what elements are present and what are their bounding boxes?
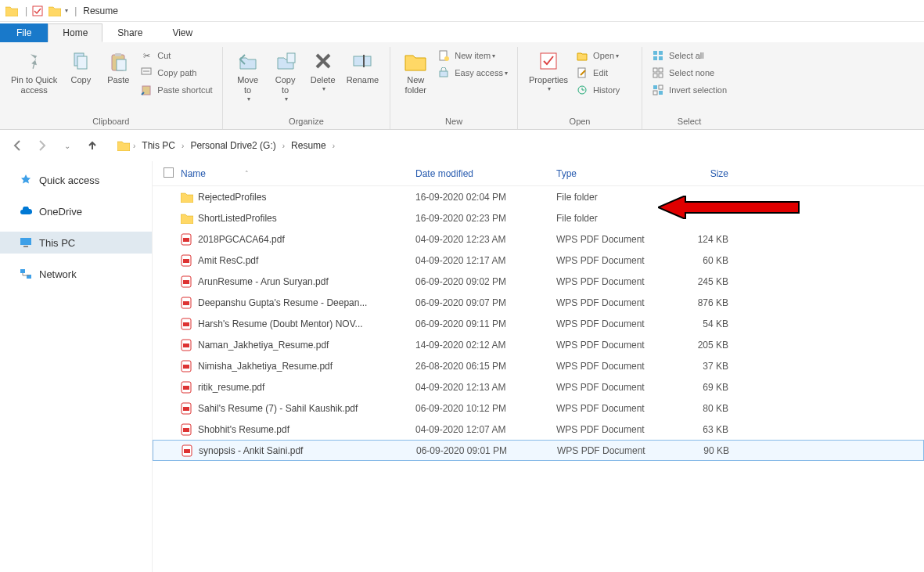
svg-rect-19	[659, 51, 663, 55]
svg-rect-23	[659, 68, 663, 72]
quick-access-toolbar-icon[interactable]	[31, 4, 45, 18]
select-none-button[interactable]: Select none	[649, 64, 730, 81]
easy-access-icon	[437, 67, 450, 79]
qat-dropdown[interactable]: ▾	[65, 7, 68, 14]
pdf-icon	[181, 402, 198, 415]
pin-icon	[22, 49, 47, 74]
chevron-right-icon[interactable]: ›	[133, 142, 135, 150]
column-type[interactable]: Type	[556, 168, 674, 179]
file-row[interactable]: Naman_Jakhetiya_Resume.pdf14-09-2020 02:…	[153, 334, 924, 355]
sidebar-item-network[interactable]: Network	[0, 263, 152, 285]
file-row[interactable]: ShortListedProfiles16-09-2020 02:23 PMFi…	[153, 207, 924, 228]
breadcrumb-item[interactable]: Personal Drive2 (G:)	[187, 140, 279, 151]
column-name[interactable]: Name˄	[181, 168, 415, 179]
tab-share[interactable]: Share	[102, 23, 157, 42]
sidebar-item-onedrive[interactable]: OneDrive	[0, 200, 152, 222]
file-size: 63 KB	[674, 424, 744, 435]
group-label-select: Select	[649, 115, 730, 128]
chevron-right-icon[interactable]: ›	[282, 142, 285, 150]
svg-rect-10	[354, 56, 371, 66]
file-row[interactable]: synopsis - Ankit Saini.pdf06-09-2020 09:…	[153, 440, 924, 461]
folder-small-icon[interactable]	[48, 4, 62, 18]
tab-view[interactable]: View	[157, 23, 207, 42]
breadcrumb-item[interactable]: Resume	[288, 140, 329, 151]
column-date[interactable]: Date modified	[415, 168, 556, 179]
file-row[interactable]: Harsh's Resume (Doubt Mentor) NOV...06-0…	[153, 313, 924, 334]
file-name: Shobhit's Resume.pdf	[198, 424, 415, 435]
chevron-right-icon[interactable]: ›	[333, 142, 335, 150]
file-row[interactable]: Shobhit's Resume.pdf04-09-2020 12:07 AMW…	[153, 419, 924, 440]
file-row[interactable]: Nimisha_Jakhetiya_Resume.pdf26-08-2020 0…	[153, 355, 924, 376]
paste-button[interactable]: Paste	[99, 47, 137, 87]
new-folder-icon	[403, 49, 428, 74]
paste-shortcut-button[interactable]: Paste shortcut	[137, 81, 215, 99]
file-name: RejectedProfiles	[198, 192, 415, 203]
file-name: Harsh's Resume (Doubt Mentor) NOV...	[198, 318, 415, 329]
edit-button[interactable]: Edit	[573, 64, 635, 81]
up-button[interactable]	[81, 135, 103, 156]
invert-selection-button[interactable]: Invert selection	[649, 81, 730, 99]
properties-button[interactable]: Properties ▾	[524, 47, 573, 94]
group-label-new: New	[397, 115, 511, 128]
file-date: 04-09-2020 12:23 AM	[415, 234, 556, 245]
invert-selection-icon	[652, 84, 664, 96]
back-button[interactable]	[6, 135, 28, 156]
cut-button[interactable]: ✂ Cut	[137, 47, 215, 64]
copy-to-button[interactable]: Copy to ▾	[267, 47, 304, 104]
history-button[interactable]: History	[573, 81, 635, 99]
file-size: 60 KB	[674, 255, 744, 266]
file-size: 54 KB	[674, 318, 744, 329]
ribbon: Pin to Quick access Copy Paste ✂ Cut	[0, 42, 924, 130]
move-to-button[interactable]: Move to ▾	[229, 47, 267, 104]
copy-button[interactable]: Copy	[62, 47, 99, 87]
file-row[interactable]: RejectedProfiles16-09-2020 02:04 PMFile …	[153, 186, 924, 207]
file-type: WPS PDF Document	[556, 318, 674, 329]
sidebar-item-quick[interactable]: Quick access	[0, 169, 152, 191]
svg-rect-49	[183, 386, 189, 390]
folder-icon	[181, 213, 198, 224]
easy-access-button[interactable]: Easy access▾	[434, 64, 511, 81]
sidebar-item-thispc[interactable]: This PC	[0, 232, 152, 254]
file-row[interactable]: 2018PGCACA64.pdf04-09-2020 12:23 AMWPS P…	[153, 228, 924, 250]
copy-path-button[interactable]: Copy path	[137, 64, 215, 81]
forward-button[interactable]	[31, 135, 53, 156]
rename-button[interactable]: Rename	[342, 47, 384, 87]
svg-rect-0	[33, 6, 42, 16]
file-type: File folder	[556, 192, 674, 203]
new-folder-button[interactable]: New folder	[397, 47, 434, 97]
file-row[interactable]: ArunResume - Arun Suryan.pdf06-09-2020 0…	[153, 271, 924, 292]
recent-locations-button[interactable]: ⌄	[56, 135, 78, 156]
file-row[interactable]: Deepanshu Gupta's Resume - Deepan...06-0…	[153, 292, 924, 313]
svg-rect-4	[115, 53, 121, 56]
copy-label: Copy	[70, 75, 91, 85]
chevron-down-icon: ▾	[322, 85, 325, 92]
file-row[interactable]: ritik_resume.pdf04-09-2020 12:13 AMWPS P…	[153, 376, 924, 398]
open-button[interactable]: Open▾	[573, 47, 635, 64]
new-item-button[interactable]: New item▾	[434, 47, 511, 64]
column-checkbox[interactable]	[164, 167, 181, 180]
svg-rect-37	[183, 259, 189, 263]
select-all-button[interactable]: Select all	[649, 47, 730, 64]
delete-button[interactable]: Delete ▾	[304, 47, 342, 94]
file-type: WPS PDF Document	[556, 424, 674, 435]
svg-rect-25	[659, 74, 663, 77]
chevron-right-icon[interactable]: ›	[182, 142, 184, 150]
pdf-icon	[181, 233, 198, 246]
column-size[interactable]: Size	[674, 168, 744, 179]
file-type: WPS PDF Document	[556, 403, 674, 414]
pin-to-quick-access-button[interactable]: Pin to Quick access	[6, 47, 62, 97]
breadcrumb-item[interactable]: This PC	[138, 140, 178, 151]
breadcrumb[interactable]: › This PC › Personal Drive2 (G:) › Resum…	[113, 135, 918, 156]
file-row[interactable]: Amit ResC.pdf04-09-2020 12:17 AMWPS PDF …	[153, 250, 924, 271]
svg-rect-45	[183, 344, 189, 347]
pdf-icon	[181, 318, 198, 330]
file-name: Naman_Jakhetiya_Resume.pdf	[198, 340, 415, 351]
pdf-icon	[181, 275, 198, 288]
tab-home[interactable]: Home	[48, 23, 102, 42]
paste-icon	[106, 49, 131, 74]
file-type: WPS PDF Document	[557, 445, 674, 456]
tab-file[interactable]: File	[0, 23, 48, 42]
sidebar-item-label: OneDrive	[39, 206, 82, 218]
file-row[interactable]: Sahil's Resume (7) - Sahil Kaushik.pdf06…	[153, 398, 924, 419]
file-name: synopsis - Ankit Saini.pdf	[199, 445, 416, 456]
